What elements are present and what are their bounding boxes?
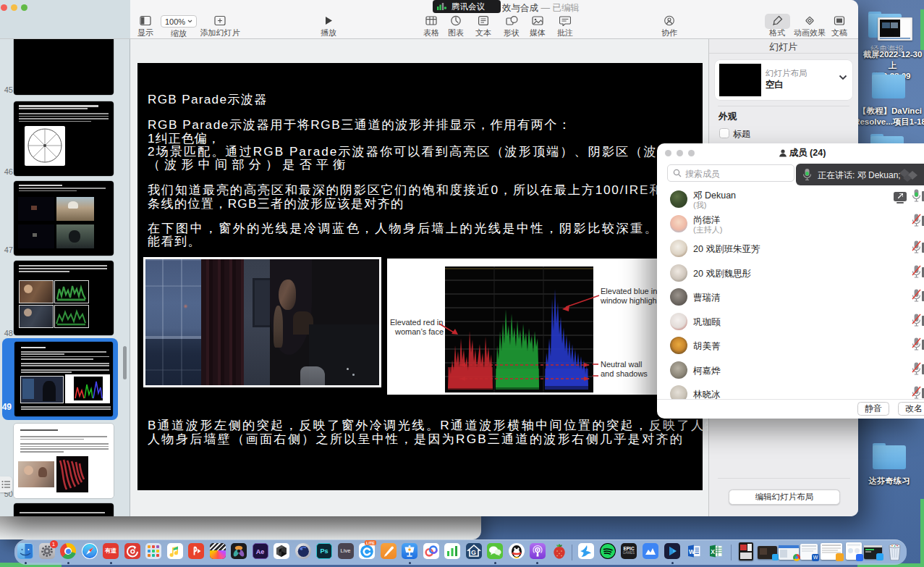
svg-text:G: G: [471, 549, 476, 556]
svg-text:Neutral wall: Neutral wall: [601, 360, 642, 369]
svg-text:window highlights: window highlights: [600, 296, 662, 305]
svg-text:W: W: [689, 548, 695, 555]
svg-text:woman’s face: woman’s face: [394, 327, 444, 336]
svg-text:and shadows: and shadows: [601, 369, 648, 378]
svg-text:Elevated red in: Elevated red in: [390, 318, 443, 327]
svg-text:X: X: [711, 548, 715, 555]
svg-text:Elevated blue in: Elevated blue in: [601, 287, 657, 295]
